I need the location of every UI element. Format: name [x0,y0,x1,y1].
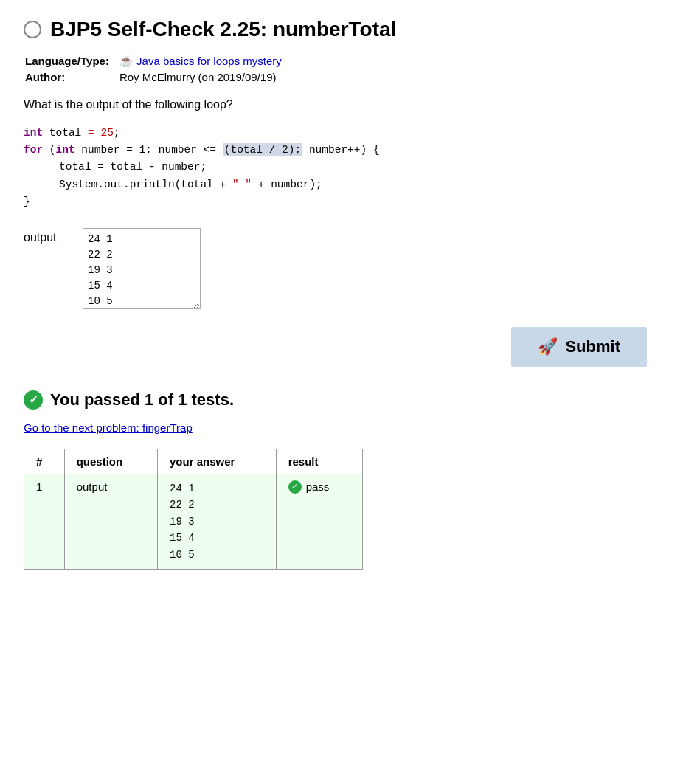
code-line-3: total = total - number; [24,159,676,176]
page-title: BJP5 Self-Check 2.25: numberTotal [50,18,396,41]
code-line-4: System.out.println(total + " " + number)… [24,176,676,193]
output-textarea[interactable]: 24 1 22 2 19 3 15 4 10 5 [83,228,201,309]
rocket-icon: 🚀 [538,337,558,356]
passed-check-icon: ✓ [24,390,43,410]
mystery-link[interactable]: mystery [243,55,282,67]
passed-banner: ✓ You passed 1 of 1 tests. [24,390,676,410]
pass-label: pass [306,480,330,493]
meta-info: Language/Type: ☕ Java basics for loops m… [24,53,283,86]
submit-button[interactable]: 🚀 Submit [511,327,647,367]
code-line-2: for (int number = 1; number <= (total / … [24,142,676,159]
pass-check-icon: ✓ [288,480,302,494]
author-value: Roy McElmurry (on 2019/09/19) [119,71,282,85]
java-icon: ☕ [119,55,134,67]
table-row: 1 output 24 122 219 315 410 5 ✓ pass [24,474,363,569]
col-header-result: result [276,449,362,474]
question-text: What is the output of the following loop… [24,98,676,111]
row-num: 1 [24,474,65,569]
title-circle-icon [24,21,41,38]
basics-link[interactable]: basics [163,55,195,67]
results-table: # question your answer result 1 output 2… [24,449,363,570]
output-label: output [24,231,68,244]
passed-text: You passed 1 of 1 tests. [50,390,234,410]
col-header-question: question [64,449,157,474]
java-link[interactable]: Java [136,55,160,67]
row-answer: 24 122 219 315 410 5 [158,474,277,569]
row-result: ✓ pass [276,474,362,569]
code-line-5: } [24,193,676,210]
submit-row: 🚀 Submit [24,327,676,367]
table-header-row: # question your answer result [24,449,363,474]
row-question: output [64,474,157,569]
col-header-answer: your answer [158,449,277,474]
next-problem-link[interactable]: Go to the next problem: fingerTrap [24,421,193,434]
language-type-label: Language/Type: [25,55,118,69]
submit-label: Submit [565,337,620,356]
col-header-num: # [24,449,65,474]
output-area: output 24 1 22 2 19 3 15 4 10 5 [24,228,676,309]
code-line-1: int total = 25; [24,125,676,142]
next-problem-link-container: Go to the next problem: fingerTrap [24,421,676,434]
code-block: int total = 25; for (int number = 1; num… [24,125,676,210]
for-loops-link[interactable]: for loops [198,55,240,67]
language-links: ☕ Java basics for loops mystery [119,55,282,69]
author-label: Author: [25,71,118,85]
